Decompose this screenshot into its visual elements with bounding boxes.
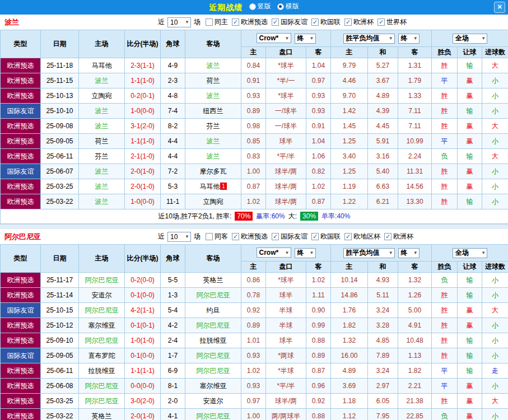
competition-filter[interactable]: 欧洲预选 bbox=[232, 232, 268, 241]
away-odds-cell: 0.88 bbox=[306, 333, 331, 348]
competition-filter[interactable]: 世界杯 bbox=[377, 17, 407, 27]
layout-vertical-option[interactable]: 竖版 bbox=[249, 2, 271, 11]
competition-filter-label: 欧国联 bbox=[320, 232, 341, 241]
venue-filter[interactable]: 同主 bbox=[206, 17, 228, 27]
competition-filter-label: 世界杯 bbox=[386, 17, 407, 27]
avg-odds-select[interactable]: 胜平负均值▼ bbox=[343, 34, 395, 44]
competition-filter[interactable]: 欧国联 bbox=[311, 17, 341, 27]
avg-draw-cell: 3.16 bbox=[368, 149, 398, 164]
result-cell: 胜 bbox=[432, 348, 458, 363]
match-table-body: 欧洲预选25-11-17阿尔巴尼亚0-2(0-0)5-5英格兰0.86*球半1.… bbox=[1, 273, 508, 420]
avg-final-select[interactable]: 终▼ bbox=[398, 248, 420, 258]
venue-filter-checkbox[interactable] bbox=[206, 233, 213, 240]
competition-filter-checkbox[interactable] bbox=[311, 233, 319, 240]
match-row: 欧洲预选25-06-11拉脱维亚1-1(1-1)6-9阿尔巴尼亚1.02*半球0… bbox=[1, 363, 508, 379]
handicap-result-cell: 赢 bbox=[458, 409, 482, 420]
avg-home-cell: 9.79 bbox=[331, 58, 368, 73]
scope-select-value: 全场 bbox=[455, 248, 469, 258]
away-odds-cell: 0.87 bbox=[306, 363, 331, 379]
radio-vertical-icon[interactable] bbox=[249, 3, 256, 10]
odds-final-select[interactable]: 终▼ bbox=[295, 34, 316, 44]
match-row: 欧洲预选25-10-13立陶宛0-2(0-1)4-8波兰0.93*球半0.939… bbox=[1, 88, 508, 104]
scope-header-group: 全场▼ bbox=[432, 30, 508, 47]
venue-filter[interactable]: 同客 bbox=[206, 232, 228, 241]
competition-filter[interactable]: 欧洲杯 bbox=[384, 232, 413, 241]
home-odds-cell: 0.93 bbox=[241, 348, 266, 363]
handicap-cell: 球半/两 bbox=[266, 394, 306, 409]
avg-home-cell: 1.12 bbox=[331, 409, 368, 420]
goals-cell: 小 bbox=[482, 179, 508, 194]
result-cell: 负 bbox=[432, 273, 458, 288]
competition-filter[interactable]: 欧洲预选 bbox=[232, 17, 268, 27]
home-odds-cell: 0.92 bbox=[241, 303, 266, 318]
handicap-cell: *平/半 bbox=[266, 149, 306, 164]
match-count-select-value: 10 bbox=[170, 233, 178, 241]
competition-filter[interactable]: 欧地区杯 bbox=[344, 232, 380, 241]
away-odds-cell: 1.06 bbox=[306, 149, 331, 164]
home-team-cell: 芬兰 bbox=[79, 149, 125, 164]
match-row: 欧洲预选25-09-05荷兰1-1(1-0)4-4波兰0.85球半1.041.2… bbox=[1, 134, 508, 149]
away-team-cell: 塞尔维亚 bbox=[185, 379, 241, 394]
radio-horizontal-icon[interactable] bbox=[277, 3, 284, 10]
away-team-cell: 阿尔巴尼亚 bbox=[185, 318, 241, 333]
match-count-select[interactable]: 10▼ bbox=[167, 232, 191, 242]
odds-company-select[interactable]: Crow*▼ bbox=[257, 248, 291, 258]
avg-odds-select[interactable]: 胜平负均值▼ bbox=[343, 248, 395, 258]
avg-final-select[interactable]: 终▼ bbox=[398, 34, 420, 44]
competition-filter-checkbox[interactable] bbox=[232, 233, 239, 240]
match-count-select[interactable]: 10▼ bbox=[167, 17, 191, 27]
home-odds-cell: 0.84 bbox=[241, 58, 266, 73]
competition-filter-checkbox[interactable] bbox=[272, 18, 279, 26]
competition-filter[interactable]: 欧国联 bbox=[311, 232, 341, 241]
corners-cell: 4-2 bbox=[161, 318, 185, 333]
column-header: 比分(半场) bbox=[125, 245, 161, 273]
scope-select[interactable]: 全场▼ bbox=[453, 248, 487, 258]
away-odds-cell: 0.89 bbox=[306, 348, 331, 363]
competition-filter-checkbox[interactable] bbox=[377, 18, 385, 26]
avg-home-cell: 1.42 bbox=[331, 104, 368, 119]
avg-draw-cell: 3.24 bbox=[368, 363, 398, 379]
competition-filter-checkbox[interactable] bbox=[272, 233, 279, 240]
sub-column-header: 进球数 bbox=[482, 47, 508, 58]
match-type-cell: 欧洲预选 bbox=[1, 194, 41, 209]
close-button[interactable]: × bbox=[494, 2, 505, 13]
competition-filter[interactable]: 国际友谊 bbox=[272, 232, 307, 241]
competition-filter-checkbox[interactable] bbox=[311, 18, 319, 26]
odds-final-select-value: 终 bbox=[297, 248, 304, 258]
handicap-cell: 一/球半 bbox=[266, 119, 306, 134]
avg-away-cell: 10.99 bbox=[398, 134, 432, 149]
avg-draw-cell: 7.95 bbox=[368, 409, 398, 420]
corners-cell: 8-1 bbox=[161, 379, 185, 394]
result-cell: 负 bbox=[432, 409, 458, 420]
avg-away-cell: 1.31 bbox=[398, 58, 432, 73]
match-row: 欧洲预选25-11-17阿尔巴尼亚0-2(0-0)5-5英格兰0.86*球半1.… bbox=[1, 273, 508, 288]
score-cell: 0-1(0-0) bbox=[125, 288, 161, 303]
away-team-cell: 安道尔 bbox=[185, 394, 241, 409]
header-row-main: 类型日期主场比分(半场)角球客场Crow*▼终▼胜平负均值▼终▼全场▼ bbox=[1, 245, 508, 262]
sub-column-header: 主 bbox=[241, 262, 266, 273]
handicap-result-cell: 赢 bbox=[458, 303, 482, 318]
goals-cell: 大 bbox=[482, 394, 508, 409]
avg-away-cell: 7.11 bbox=[398, 104, 432, 119]
competition-filter[interactable]: 欧洲杯 bbox=[344, 17, 374, 27]
match-type-cell: 欧洲预选 bbox=[1, 333, 41, 348]
competition-filter-label: 欧洲杯 bbox=[393, 232, 413, 241]
scope-select[interactable]: 全场▼ bbox=[453, 34, 487, 44]
competition-filter-checkbox[interactable] bbox=[232, 18, 239, 26]
team-name: 波兰 bbox=[0, 17, 157, 27]
match-type-cell: 欧洲预选 bbox=[1, 363, 41, 379]
competition-filter-checkbox[interactable] bbox=[344, 18, 352, 26]
column-header: 客场 bbox=[185, 245, 241, 273]
odds-final-select[interactable]: 终▼ bbox=[295, 248, 316, 258]
competition-filter[interactable]: 国际友谊 bbox=[272, 17, 307, 27]
odds-company-select[interactable]: Crow*▼ bbox=[257, 33, 291, 43]
competition-filter-label: 欧洲预选 bbox=[241, 17, 268, 27]
away-team-cell: 阿尔巴尼亚 bbox=[185, 363, 241, 379]
competition-filter-checkbox[interactable] bbox=[344, 233, 352, 240]
odds-win-rate-text: 赢率:60% bbox=[256, 212, 285, 220]
layout-horizontal-option[interactable]: 横版 bbox=[277, 2, 299, 11]
competition-filter-checkbox[interactable] bbox=[384, 233, 392, 240]
venue-filter-checkbox[interactable] bbox=[206, 18, 213, 26]
goals-cell: 大 bbox=[482, 303, 508, 318]
home-team-cell: 波兰 bbox=[79, 179, 125, 194]
